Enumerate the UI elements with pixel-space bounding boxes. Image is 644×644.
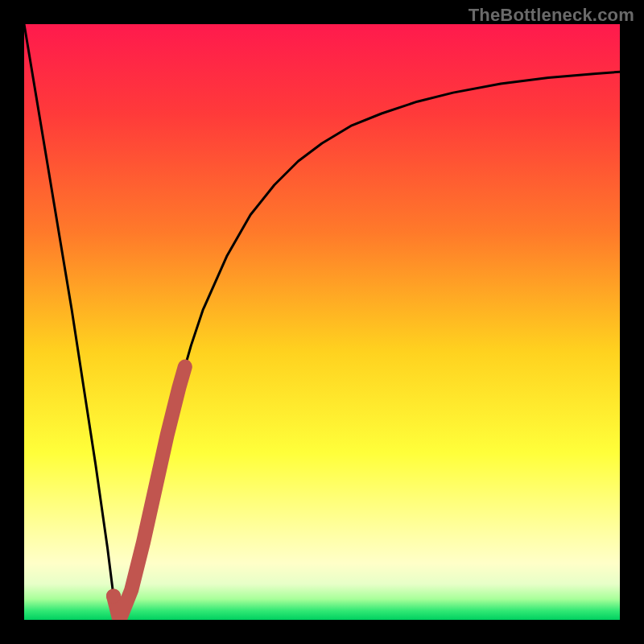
gradient-background xyxy=(24,24,620,620)
highlight-hook xyxy=(106,588,121,603)
chart-svg xyxy=(24,24,620,620)
chart-frame: TheBottleneck.com xyxy=(0,0,644,644)
plot-area xyxy=(24,24,620,620)
watermark-text: TheBottleneck.com xyxy=(469,5,634,26)
